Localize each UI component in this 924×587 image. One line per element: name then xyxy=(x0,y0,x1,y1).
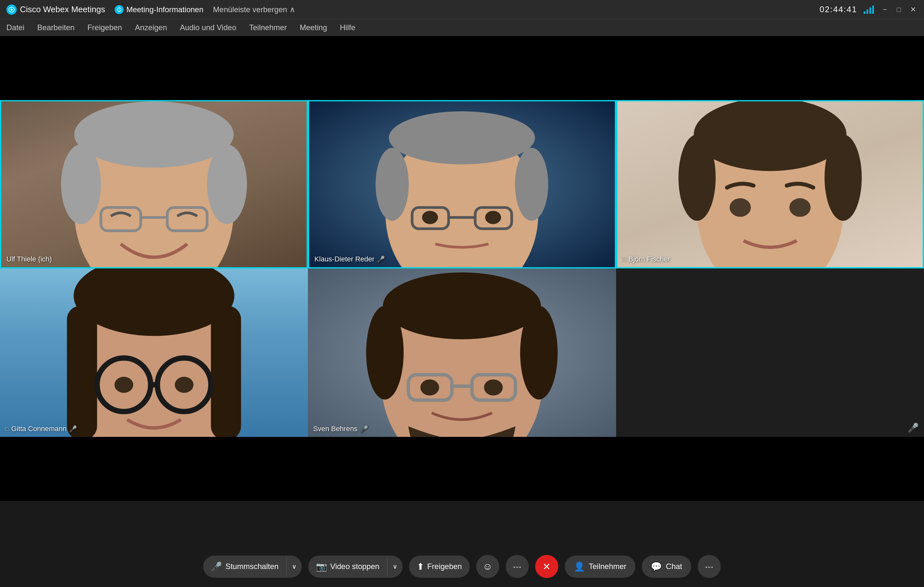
menu-freigeben[interactable]: Freigeben xyxy=(87,23,122,32)
share-label: Freigeben xyxy=(427,562,462,571)
sven-avatar-svg xyxy=(308,268,616,437)
bjorn-video-feed xyxy=(617,101,923,267)
mute-btn-group: 🎤 Stummschalten ∨ xyxy=(203,556,302,578)
svg-point-33 xyxy=(729,198,751,217)
video-stop-button[interactable]: 📷 Video stoppen xyxy=(308,556,387,578)
signal-strength-icon xyxy=(864,5,874,14)
menu-teilnehmer[interactable]: Teilnehmer xyxy=(249,23,287,32)
svg-point-20 xyxy=(515,148,548,221)
svg-point-8 xyxy=(74,101,233,168)
menu-bearbeiten[interactable]: Bearbeiten xyxy=(37,23,74,32)
video-cell-bjorn: □ Björn Fischer xyxy=(616,100,924,268)
share-button[interactable]: ⬆ Freigeben xyxy=(409,556,470,578)
meeting-info-label: Meeting-Informationen xyxy=(126,5,203,14)
top-area xyxy=(0,36,924,100)
video-cell-sven: Sven Behrens 🎤 xyxy=(308,268,616,437)
more-options-button[interactable]: ··· xyxy=(506,555,529,578)
webex-logo xyxy=(7,5,17,15)
bottom-area xyxy=(0,437,924,501)
gitta-label: □ Gitta Connemann 🎤 xyxy=(5,425,77,433)
app-name-text: Cisco Webex Meetings xyxy=(20,5,105,15)
participants-button[interactable]: 👤 Teilnehmer xyxy=(565,556,635,578)
video-cell-empty: 🎤 xyxy=(616,268,924,437)
meeting-info-btn[interactable]: Meeting-Informationen xyxy=(115,5,203,14)
app-name: Cisco Webex Meetings xyxy=(7,5,105,15)
meeting-info-icon xyxy=(115,5,124,14)
svg-point-46 xyxy=(175,377,193,393)
title-bar: Cisco Webex Meetings Meeting-Information… xyxy=(0,0,924,19)
sven-label: Sven Behrens 🎤 xyxy=(313,425,368,433)
clock-display: 02:44:41 xyxy=(820,5,857,15)
video-dropdown-arrow[interactable]: ∨ xyxy=(387,557,403,576)
svg-point-45 xyxy=(115,377,133,393)
mic-icon: 🎤 xyxy=(211,561,222,572)
menu-meeting[interactable]: Meeting xyxy=(300,23,327,32)
extra-options-icon: ··· xyxy=(705,561,713,572)
maximize-button[interactable]: □ xyxy=(894,5,903,14)
svg-point-53 xyxy=(520,306,558,400)
klaus-avatar-svg xyxy=(309,101,614,267)
menu-anzeigen[interactable]: Anzeigen xyxy=(135,23,167,32)
klaus-label: Klaus-Dieter Reder 🎤 xyxy=(314,255,385,263)
gitta-phone-icon: □ xyxy=(5,426,9,432)
svg-point-18 xyxy=(389,111,535,164)
chat-button[interactable]: 💬 Chat xyxy=(642,556,691,578)
participants-icon: 👤 xyxy=(574,561,585,572)
svg-rect-40 xyxy=(67,306,97,437)
minimize-button[interactable]: − xyxy=(880,5,889,14)
klaus-mute-icon: 🎤 xyxy=(377,255,385,263)
svg-point-32 xyxy=(825,135,862,221)
title-bar-left: Cisco Webex Meetings Meeting-Information… xyxy=(7,5,295,15)
svg-point-30 xyxy=(693,101,846,171)
video-label: Video stoppen xyxy=(330,562,380,571)
chat-label: Chat xyxy=(666,562,682,571)
video-cell-klaus: Klaus-Dieter Reder 🎤 xyxy=(308,100,616,268)
svg-point-9 xyxy=(61,144,101,224)
bjorn-phone-icon: □ xyxy=(622,256,626,263)
svg-point-57 xyxy=(421,380,439,396)
control-bar: 🎤 Stummschalten ∨ 📷 Video stoppen ∨ ⬆ Fr… xyxy=(0,546,924,587)
chat-icon: 💬 xyxy=(651,561,662,572)
ulf-avatar-svg xyxy=(1,101,307,267)
gitta-name: Gitta Connemann xyxy=(11,425,66,433)
mute-dropdown-arrow[interactable]: ∨ xyxy=(286,557,302,576)
svg-point-52 xyxy=(366,306,404,400)
hide-menu-btn[interactable]: Menüleiste verbergen ∧ xyxy=(213,5,296,14)
menu-audio-video[interactable]: Audio und Video xyxy=(180,23,236,32)
more-icon: ··· xyxy=(513,561,521,572)
close-button[interactable]: ✕ xyxy=(909,5,917,14)
svg-point-51 xyxy=(383,272,541,339)
hide-menu-label: Menüleiste verbergen xyxy=(213,5,287,14)
bjorn-avatar-svg xyxy=(617,101,923,267)
share-icon: ⬆ xyxy=(417,561,424,572)
end-call-button[interactable]: ✕ xyxy=(535,555,558,578)
ulf-label: Ulf Thiele (ich) xyxy=(7,255,52,263)
window-controls: − □ ✕ xyxy=(880,5,917,14)
extra-options-button[interactable]: ··· xyxy=(698,555,721,578)
gitta-video-feed xyxy=(0,268,308,437)
svg-rect-41 xyxy=(211,306,241,437)
participants-label: Teilnehmer xyxy=(589,562,626,571)
svg-point-24 xyxy=(422,211,438,224)
menu-hilfe[interactable]: Hilfe xyxy=(340,23,355,32)
ulf-name: Ulf Thiele (ich) xyxy=(7,255,52,263)
bjorn-label: □ Björn Fischer xyxy=(622,255,670,263)
sven-mute-icon: 🎤 xyxy=(360,425,368,433)
svg-point-19 xyxy=(376,148,409,221)
svg-point-25 xyxy=(485,211,501,224)
video-cell-ulf: Ulf Thiele (ich) xyxy=(0,100,308,268)
sven-video-feed xyxy=(308,268,616,437)
klaus-name: Klaus-Dieter Reder xyxy=(314,255,375,263)
chevron-up-icon: ∧ xyxy=(290,5,295,14)
menu-datei[interactable]: Datei xyxy=(7,23,25,32)
emoji-button[interactable]: ☺ xyxy=(476,555,499,578)
mute-label: Stummschalten xyxy=(225,562,278,571)
svg-point-10 xyxy=(207,144,247,224)
empty-mute-icon: 🎤 xyxy=(908,423,919,433)
svg-point-34 xyxy=(789,198,810,217)
bjorn-name: Björn Fischer xyxy=(629,255,670,263)
title-bar-right: 02:44:41 − □ ✕ xyxy=(820,5,917,15)
menu-bar: Datei Bearbeiten Freigeben Anzeigen Audi… xyxy=(0,19,924,36)
gitta-mute-icon: 🎤 xyxy=(69,425,77,433)
mute-button[interactable]: 🎤 Stummschalten xyxy=(203,556,286,578)
